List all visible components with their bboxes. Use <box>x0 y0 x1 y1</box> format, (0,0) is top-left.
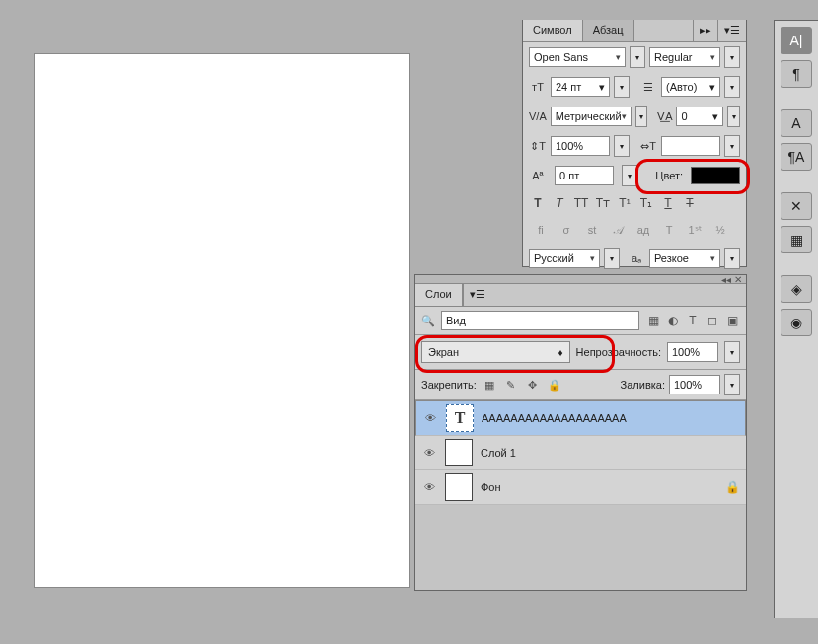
ot-ordinal-btn[interactable]: T <box>657 220 681 240</box>
kerning-select[interactable]: Метрический▾ <box>551 107 632 126</box>
baseline-input[interactable]: 0 пт <box>555 166 614 185</box>
tool-channels[interactable]: ◉ <box>781 309 812 336</box>
ot-st-btn[interactable]: st <box>580 220 604 240</box>
tab-layers[interactable]: Слои <box>415 284 463 306</box>
font-size-dd-icon[interactable]: ▾ <box>614 76 630 98</box>
tab-symbol[interactable]: Символ <box>523 20 583 41</box>
layer-thumb[interactable] <box>445 473 473 501</box>
fill-dd-icon[interactable]: ▾ <box>724 374 740 395</box>
workspace-background <box>0 0 414 644</box>
kerning-dd-icon[interactable]: ▾ <box>635 106 648 127</box>
filter-pixel-icon[interactable]: ▦ <box>645 313 661 328</box>
font-size-input[interactable]: 24 пт▾ <box>551 77 610 97</box>
layer-item-text[interactable]: 👁 T AAAAAAAAAAAAAAAAAAAA <box>415 400 746 436</box>
opacity-input[interactable]: 100% <box>667 342 718 362</box>
filter-shape-icon[interactable]: ◻ <box>705 313 720 328</box>
strikethrough-btn[interactable]: T <box>681 194 699 212</box>
filter-type-icon[interactable]: T <box>685 313 701 328</box>
tool-character[interactable]: A| <box>781 27 812 54</box>
layer-name[interactable]: Слой 1 <box>481 447 740 459</box>
document-canvas[interactable] <box>35 54 409 587</box>
allcaps-btn[interactable]: TT <box>572 194 590 212</box>
tool-char-styles[interactable]: A <box>781 109 812 137</box>
hscale-input[interactable] <box>661 136 720 156</box>
bold-btn[interactable]: T <box>529 194 547 212</box>
tracking-dd-icon[interactable]: ▾ <box>727 106 740 127</box>
aa-icon: aₐ <box>628 250 645 267</box>
underline-btn[interactable]: T <box>659 194 677 212</box>
lock-row: Закрепить: ▦ ✎ ✥ 🔒 Заливка: 100% ▾ <box>415 370 746 400</box>
antialias-select[interactable]: Резкое▾ <box>649 249 720 268</box>
lock-pixel-icon[interactable]: ✎ <box>502 376 520 394</box>
tracking-input[interactable]: 0▾ <box>676 107 723 126</box>
opacity-dd-icon[interactable]: ▾ <box>724 341 740 363</box>
font-size-icon: тT <box>529 78 547 96</box>
tool-brushes[interactable]: ✕ <box>781 192 812 220</box>
ot-sigma-btn[interactable]: σ <box>555 220 578 240</box>
right-toolbar: A| ¶ A ¶A ✕ ▦ ◈ ◉ <box>774 20 818 618</box>
superscript-btn[interactable]: T¹ <box>616 194 633 212</box>
tab-paragraph[interactable]: Абзац <box>583 20 634 41</box>
layers-filter-row: 🔍 Вид ▦ ◐ T ◻ ▣ <box>415 307 746 335</box>
char-panel-menu-icon[interactable]: ▾☰ <box>717 20 746 41</box>
layers-empty-area <box>415 505 746 590</box>
tool-swatches[interactable]: ▦ <box>781 226 812 253</box>
lock-label: Закрепить: <box>421 379 477 391</box>
layer-item-pixel[interactable]: 👁 Слой 1 <box>415 436 746 470</box>
vscale-dd-icon[interactable]: ▾ <box>614 135 630 157</box>
font-style-dropdown-icon[interactable]: ▾ <box>724 46 740 68</box>
layer-thumb[interactable] <box>445 439 473 466</box>
close-icon[interactable]: ✕ <box>734 274 742 285</box>
layers-panel-menu-icon[interactable]: ▾☰ <box>463 284 491 306</box>
char-panel-expand-icon[interactable]: ▸▸ <box>693 20 717 41</box>
lock-trans-icon[interactable]: ▦ <box>481 376 498 394</box>
tool-3d[interactable]: ◈ <box>781 275 812 303</box>
lang-dd-icon[interactable]: ▾ <box>604 248 620 269</box>
ot-1st-btn[interactable]: 1ˢᵗ <box>683 220 706 240</box>
subscript-btn[interactable]: T₁ <box>637 194 655 212</box>
character-panel: Символ Абзац ▸▸ ▾☰ Open Sans▾ ▾ Regular▾… <box>522 20 747 267</box>
filter-smart-icon[interactable]: ▣ <box>724 313 740 328</box>
lock-pos-icon[interactable]: ✥ <box>524 376 542 394</box>
layer-item-background[interactable]: 👁 Фон 🔒 <box>415 470 746 505</box>
tool-paragraph[interactable]: ¶ <box>781 60 812 88</box>
leading-dd-icon[interactable]: ▾ <box>724 76 740 98</box>
visibility-toggle[interactable]: 👁 <box>422 410 438 426</box>
collapse-icon[interactable]: ◂◂ <box>721 274 731 285</box>
font-family-dropdown-icon[interactable]: ▾ <box>630 46 645 68</box>
layers-panel: ◂◂ ✕ Слои ▾☰ 🔍 Вид ▦ ◐ T ◻ ▣ Экран♦ Непр… <box>414 274 747 591</box>
ot-fraction-btn[interactable]: ½ <box>708 220 732 240</box>
lock-icon: 🔒 <box>725 480 740 494</box>
layer-search[interactable]: Вид <box>441 311 639 330</box>
layers-grip[interactable]: ◂◂ ✕ <box>415 275 746 284</box>
ot-titling-btn[interactable]: ад <box>632 220 655 240</box>
font-style-select[interactable]: Regular▾ <box>649 47 720 67</box>
visibility-toggle[interactable]: 👁 <box>421 479 437 495</box>
leading-icon: ☰ <box>639 78 657 96</box>
fill-label: Заливка: <box>621 379 665 391</box>
layer-name[interactable]: Фон <box>481 481 717 493</box>
filter-adjust-icon[interactable]: ◐ <box>665 313 681 328</box>
ot-swash-btn[interactable]: 𝒜 <box>606 220 630 240</box>
vscale-input[interactable]: 100% <box>551 136 610 156</box>
leading-input[interactable]: (Авто)▾ <box>661 77 720 97</box>
visibility-toggle[interactable]: 👁 <box>421 445 437 461</box>
font-family-select[interactable]: Open Sans▾ <box>529 47 626 67</box>
aa-dd-icon[interactable]: ▾ <box>724 248 740 269</box>
layer-name[interactable]: AAAAAAAAAAAAAAAAAAAA <box>482 412 739 424</box>
tool-para-styles[interactable]: ¶A <box>781 143 812 171</box>
opentype-row: fi σ st 𝒜 ад T 1ˢᵗ ½ <box>523 216 746 244</box>
kerning-icon: V/A <box>529 107 547 125</box>
layer-thumb-type[interactable]: T <box>446 404 474 432</box>
highlight-color <box>635 159 750 194</box>
fill-input[interactable]: 100% <box>669 375 720 394</box>
ot-fi-btn[interactable]: fi <box>529 220 553 240</box>
char-tab-bar: Символ Абзац ▸▸ ▾☰ <box>523 20 746 42</box>
hscale-dd-icon[interactable]: ▾ <box>724 135 740 157</box>
layers-tab-bar: Слои ▾☰ <box>415 284 746 307</box>
smallcaps-btn[interactable]: Tᴛ <box>594 194 612 212</box>
highlight-blendmode <box>415 335 615 373</box>
lock-all-icon[interactable]: 🔒 <box>546 376 563 394</box>
language-select[interactable]: Русский▾ <box>529 249 600 268</box>
italic-btn[interactable]: T <box>551 194 568 212</box>
